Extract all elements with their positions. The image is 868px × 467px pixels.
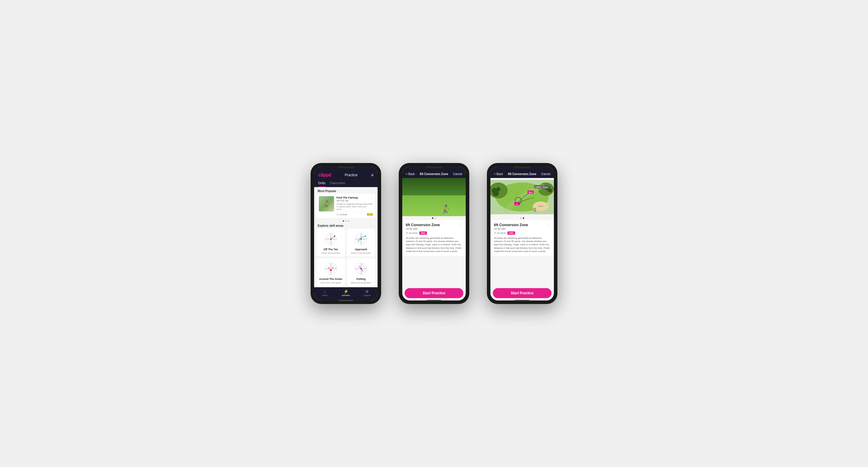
putting-name: Putting bbox=[356, 277, 366, 280]
nav-activities[interactable]: ⚡ Activities bbox=[335, 289, 356, 296]
skill-card-atg[interactable]: Around The Green Hone your short game bbox=[316, 258, 345, 286]
phones-container: clippd Practice ≡ Drills Favourites Most… bbox=[311, 163, 557, 304]
phone3-cancel-button[interactable]: Cancel bbox=[541, 172, 550, 176]
phone3-header: < Back 6ft Conversion Zone Cancel bbox=[490, 167, 554, 178]
golfer-figure: 🏌️ bbox=[441, 204, 451, 214]
phone2-bottom: Start Practice bbox=[402, 286, 466, 300]
img-dot-1 bbox=[432, 218, 433, 219]
bottom-nav: ⌂ Home ⚡ Activities ⊕ Capture bbox=[314, 287, 378, 300]
menu-icon[interactable]: ≡ bbox=[371, 173, 373, 177]
back-button[interactable]: < Back bbox=[406, 172, 415, 176]
skill-grid: Off The Tee Power and accuracy bbox=[314, 229, 378, 287]
home-label: Home bbox=[322, 294, 328, 296]
tabs-bar: Drills Favourites bbox=[314, 180, 378, 187]
nav-home[interactable]: ⌂ Home bbox=[314, 289, 335, 296]
approach-desc: Dial-in to hit the green bbox=[351, 252, 371, 254]
featured-drill-card[interactable]: 🏌️ Find The Fairway Off The Tee Create a… bbox=[316, 194, 375, 218]
fairway bbox=[402, 195, 466, 216]
atg-name: Around The Green bbox=[319, 277, 342, 280]
phone2-content: 🏌️ 6ft Conversion Zone 10-50 yds ☆ bbox=[402, 178, 466, 286]
skill-card-putting[interactable]: Putting Make and lag practice bbox=[347, 258, 375, 286]
drill-info-left: 6ft Conversion Zone 10-50 yds bbox=[406, 223, 440, 230]
svg-line-23 bbox=[329, 268, 331, 270]
svg-point-42 bbox=[496, 187, 500, 191]
approach-name: Approach bbox=[355, 248, 367, 251]
clock-icon-2: ⏱ bbox=[406, 232, 408, 234]
cancel-button[interactable]: Cancel bbox=[453, 172, 462, 176]
shots-count: 10 shots bbox=[339, 213, 347, 215]
phone-1-screen: clippd Practice ≡ Drills Favourites Most… bbox=[314, 167, 378, 300]
phone3-img-dot-1 bbox=[520, 218, 522, 219]
svg-point-44 bbox=[548, 188, 552, 192]
app-logo: clippd bbox=[318, 172, 331, 178]
drill-info: 6ft Conversion Zone 10-50 yds ☆ ⏱ 20 sho… bbox=[402, 220, 466, 256]
golf-figure: 🏌️ bbox=[322, 200, 331, 208]
drill-title-row: 6ft Conversion Zone 10-50 yds ☆ bbox=[406, 223, 462, 230]
drill-range: 10-50 yds bbox=[406, 227, 440, 230]
phone3-img-dot-2 bbox=[523, 218, 524, 219]
svg-line-33 bbox=[360, 267, 361, 269]
shots-label: ⏱ 20 shots bbox=[406, 232, 417, 234]
phone2-header-title: 6ft Conversion Zone bbox=[420, 172, 448, 176]
phone-3-screen: < Back 6ft Conversion Zone Cancel bbox=[490, 167, 554, 300]
card-text: Find The Fairway Off The Tee Create an i… bbox=[336, 196, 373, 215]
phone3-arg-badge: ARG bbox=[507, 231, 515, 235]
putting-icon bbox=[353, 261, 369, 276]
phone3-shots-label: ⏱ 20 shots bbox=[494, 232, 506, 234]
phone3-content: Hit Miss FAIRWAY ROUGH SAND 🏌️ bbox=[490, 178, 554, 286]
phone3-drill-description: 20 shots are randomly generated at dista… bbox=[494, 236, 550, 253]
dot-2 bbox=[345, 220, 347, 222]
start-practice-button[interactable]: Start Practice bbox=[405, 288, 463, 298]
card-image: 🏌️ bbox=[319, 196, 334, 211]
capture-label: Capture bbox=[364, 294, 371, 296]
svg-text:🏌️: 🏌️ bbox=[533, 208, 538, 212]
atg-desc: Hone your short game bbox=[320, 282, 341, 284]
shots-count-2: 20 shots bbox=[409, 232, 417, 234]
drill-star[interactable]: ☆ bbox=[459, 223, 462, 227]
dot-1 bbox=[343, 220, 344, 222]
phone-2-screen: < Back 6ft Conversion Zone Cancel 🏌️ bbox=[402, 167, 466, 300]
drill-description: 20 shots are randomly generated at dista… bbox=[406, 236, 462, 253]
phone3-header-title: 6ft Conversion Zone bbox=[508, 172, 536, 176]
card-dots bbox=[314, 219, 378, 223]
nav-capture[interactable]: ⊕ Capture bbox=[356, 289, 378, 296]
tab-drills[interactable]: Drills bbox=[318, 180, 325, 187]
img-dot-2 bbox=[435, 218, 436, 219]
svg-text:FAIRWAY: FAIRWAY bbox=[535, 187, 541, 188]
phone3-start-practice-button[interactable]: Start Practice bbox=[493, 288, 552, 298]
clock-icon: ⏱ bbox=[336, 213, 339, 215]
phone3-drill-info-left: 6ft Conversion Zone 10-50 yds bbox=[494, 223, 528, 230]
skill-card-ott[interactable]: Off The Tee Power and accuracy bbox=[316, 229, 345, 257]
drill-meta: ⏱ 20 shots ARG bbox=[406, 231, 462, 235]
phone3-drill-star[interactable]: ☆ bbox=[547, 223, 550, 227]
explore-title: Explore skill areas bbox=[314, 223, 378, 229]
image-dots bbox=[402, 216, 466, 220]
svg-text:Miss: Miss bbox=[529, 192, 532, 193]
golf-map-svg: Hit Miss FAIRWAY ROUGH SAND 🏌️ bbox=[490, 178, 554, 216]
svg-point-13 bbox=[360, 238, 362, 240]
phone3-back-button[interactable]: < Back bbox=[494, 172, 503, 176]
activities-label: Activities bbox=[342, 294, 350, 296]
svg-text:ROUGH: ROUGH bbox=[543, 187, 548, 188]
phone3-image-dots bbox=[490, 216, 554, 220]
home-icon: ⌂ bbox=[323, 289, 326, 294]
ott-badge: OTT bbox=[367, 213, 373, 215]
phone3-clock-icon: ⏱ bbox=[494, 232, 496, 234]
skill-card-approach[interactable]: Approach Dial-in to hit the green bbox=[347, 229, 375, 257]
card-desc: Create an imaginary fairway using trees … bbox=[336, 203, 373, 210]
svg-point-41 bbox=[492, 188, 497, 193]
activities-icon: ⚡ bbox=[343, 289, 348, 294]
shots-info: ⏱ 10 shots bbox=[336, 213, 347, 215]
phone3-drill-title: 6ft Conversion Zone bbox=[494, 223, 528, 227]
svg-point-7 bbox=[334, 236, 335, 237]
phone3-drill-title-row: 6ft Conversion Zone 10-50 yds ☆ bbox=[494, 223, 550, 230]
favourite-star[interactable]: ☆ bbox=[370, 196, 373, 199]
phone-3: < Back 6ft Conversion Zone Cancel bbox=[487, 163, 557, 304]
dot-3 bbox=[348, 220, 349, 222]
phone-2: < Back 6ft Conversion Zone Cancel 🏌️ bbox=[399, 163, 469, 304]
phone3-shots-count: 20 shots bbox=[497, 232, 506, 234]
phone-1: clippd Practice ≡ Drills Favourites Most… bbox=[311, 163, 381, 304]
tab-favourites[interactable]: Favourites bbox=[330, 180, 345, 187]
card-footer: ⏱ 10 shots OTT bbox=[336, 212, 373, 215]
arg-badge: ARG bbox=[419, 231, 427, 235]
